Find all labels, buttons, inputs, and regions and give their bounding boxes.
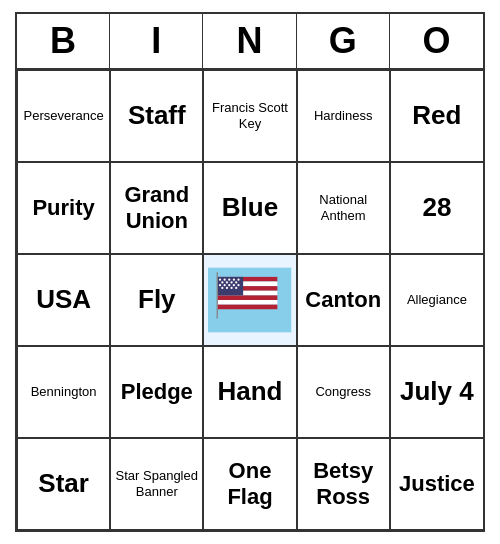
header-n: N: [203, 14, 296, 68]
bingo-cell-11[interactable]: Fly: [110, 254, 203, 346]
cell-text-9: 28: [422, 192, 451, 223]
svg-point-9: [219, 279, 221, 281]
cell-text-6: Grand Union: [115, 182, 198, 235]
svg-point-13: [238, 279, 240, 281]
bingo-cell-7[interactable]: Blue: [203, 162, 296, 254]
cell-text-2: Francis Scott Key: [208, 100, 291, 131]
svg-point-22: [238, 284, 240, 286]
flag-image: [208, 259, 291, 341]
bingo-cell-12[interactable]: [203, 254, 296, 346]
bingo-cell-0[interactable]: Perseverance: [17, 70, 110, 162]
cell-text-18: Congress: [315, 384, 371, 400]
cell-text-5: Purity: [32, 195, 94, 221]
svg-rect-7: [218, 305, 278, 310]
bingo-card: B I N G O PerseveranceStaffFrancis Scott…: [15, 12, 485, 532]
cell-text-7: Blue: [222, 192, 278, 223]
bingo-grid: PerseveranceStaffFrancis Scott KeyHardin…: [17, 70, 483, 530]
cell-text-21: Star Spangled Banner: [115, 468, 198, 499]
bingo-cell-20[interactable]: Star: [17, 438, 110, 530]
svg-point-16: [231, 281, 233, 283]
header-i: I: [110, 14, 203, 68]
bingo-cell-8[interactable]: National Anthem: [297, 162, 390, 254]
bingo-cell-24[interactable]: Justice: [390, 438, 483, 530]
bingo-cell-10[interactable]: USA: [17, 254, 110, 346]
svg-point-11: [229, 279, 231, 281]
header-b: B: [17, 14, 110, 68]
cell-text-10: USA: [36, 284, 91, 315]
cell-text-0: Perseverance: [23, 108, 103, 124]
bingo-cell-9[interactable]: 28: [390, 162, 483, 254]
header-g: G: [297, 14, 390, 68]
bingo-cell-1[interactable]: Staff: [110, 70, 203, 162]
cell-text-20: Star: [38, 468, 89, 499]
svg-point-26: [235, 287, 237, 289]
bingo-cell-4[interactable]: Red: [390, 70, 483, 162]
bingo-cell-18[interactable]: Congress: [297, 346, 390, 438]
svg-rect-5: [218, 295, 278, 300]
cell-text-23: Betsy Ross: [302, 458, 385, 511]
svg-point-25: [231, 287, 233, 289]
bingo-cell-2[interactable]: Francis Scott Key: [203, 70, 296, 162]
bingo-cell-22[interactable]: One Flag: [203, 438, 296, 530]
bingo-cell-19[interactable]: July 4: [390, 346, 483, 438]
svg-point-21: [233, 284, 235, 286]
cell-text-14: Allegiance: [407, 292, 467, 308]
bingo-cell-5[interactable]: Purity: [17, 162, 110, 254]
bingo-cell-14[interactable]: Allegiance: [390, 254, 483, 346]
svg-rect-6: [218, 300, 278, 305]
bingo-cell-13[interactable]: Canton: [297, 254, 390, 346]
svg-point-10: [224, 279, 226, 281]
cell-text-19: July 4: [400, 376, 474, 407]
cell-text-22: One Flag: [208, 458, 291, 511]
cell-text-11: Fly: [138, 284, 176, 315]
bingo-cell-21[interactable]: Star Spangled Banner: [110, 438, 203, 530]
bingo-cell-16[interactable]: Pledge: [110, 346, 203, 438]
svg-point-12: [233, 279, 235, 281]
cell-text-1: Staff: [128, 100, 186, 131]
bingo-header: B I N G O: [17, 14, 483, 70]
bingo-cell-23[interactable]: Betsy Ross: [297, 438, 390, 530]
cell-text-8: National Anthem: [302, 192, 385, 223]
bingo-cell-6[interactable]: Grand Union: [110, 162, 203, 254]
cell-text-16: Pledge: [121, 379, 193, 405]
svg-point-15: [226, 281, 228, 283]
cell-text-3: Hardiness: [314, 108, 373, 124]
bingo-cell-15[interactable]: Bennington: [17, 346, 110, 438]
svg-point-23: [222, 287, 224, 289]
svg-point-24: [226, 287, 228, 289]
header-o: O: [390, 14, 483, 68]
cell-text-13: Canton: [305, 287, 381, 313]
svg-point-20: [229, 284, 231, 286]
bingo-cell-3[interactable]: Hardiness: [297, 70, 390, 162]
cell-text-17: Hand: [217, 376, 282, 407]
cell-text-24: Justice: [399, 471, 475, 497]
cell-text-4: Red: [412, 100, 461, 131]
bingo-cell-17[interactable]: Hand: [203, 346, 296, 438]
cell-text-15: Bennington: [31, 384, 97, 400]
svg-point-14: [222, 281, 224, 283]
svg-point-17: [235, 281, 237, 283]
svg-point-19: [224, 284, 226, 286]
svg-point-18: [219, 284, 221, 286]
